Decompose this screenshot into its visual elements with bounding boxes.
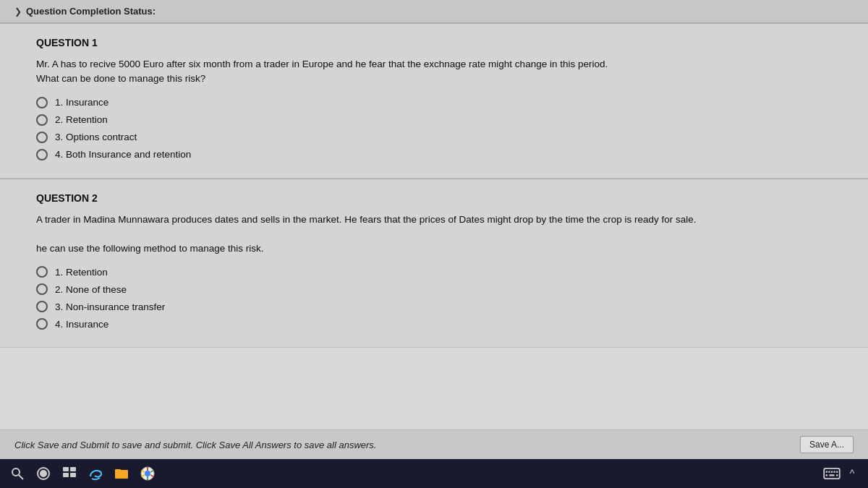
svg-rect-18 <box>826 474 827 476</box>
svg-rect-15 <box>831 471 833 472</box>
q2-radio-1[interactable] <box>36 266 48 278</box>
q1-radio-2[interactable] <box>36 114 48 126</box>
q2-radio-2[interactable] <box>36 283 48 295</box>
svg-line-1 <box>19 475 23 479</box>
chevron-up-icon[interactable]: ^ <box>843 465 861 482</box>
svg-rect-13 <box>826 471 827 472</box>
edge-icon[interactable] <box>85 463 106 484</box>
svg-rect-20 <box>836 474 838 476</box>
question-2-options: 1. Retention 2. None of these 3. Non-ins… <box>36 266 832 330</box>
q2-option-4[interactable]: 4. Insurance <box>36 318 832 330</box>
q1-line1: Mr. A has to recive 5000 Euro after six … <box>36 57 832 72</box>
cortana-icon[interactable] <box>33 463 54 484</box>
question-1-block: QUESTION 1 Mr. A has to recive 5000 Euro… <box>0 24 868 179</box>
q1-option-4-label: 4. Both Insurance and retention <box>55 149 191 160</box>
questions-area: QUESTION 1 Mr. A has to recive 5000 Euro… <box>0 24 868 429</box>
svg-rect-17 <box>836 471 838 472</box>
svg-rect-7 <box>70 473 76 477</box>
svg-rect-9 <box>115 469 121 472</box>
question-2-number: QUESTION 2 <box>36 192 832 204</box>
q2-option-3[interactable]: 3. Non-insurance transfer <box>36 301 832 312</box>
question-1-options: 1. Insurance 2. Retention 3. Options con… <box>36 97 832 160</box>
screen: ❯ Question Completion Status: QUESTION 1… <box>0 0 868 488</box>
question-2-block: QUESTION 2 A trader in Madina Munnawara … <box>0 179 868 348</box>
svg-rect-14 <box>828 471 830 472</box>
q2-line2: he can use the following method to manag… <box>36 241 832 256</box>
q1-option-3[interactable]: 3. Options contract <box>36 132 832 143</box>
chevron-icon: ❯ <box>14 7 22 17</box>
svg-rect-19 <box>829 474 834 476</box>
q2-option-3-label: 3. Non-insurance transfer <box>55 301 165 312</box>
keyboard-tray-icon[interactable] <box>823 465 841 482</box>
svg-rect-6 <box>63 473 69 477</box>
file-explorer-icon[interactable] <box>111 463 132 484</box>
footer-bar: Click Save and Submit to save and submit… <box>0 429 868 459</box>
q2-option-4-label: 4. Insurance <box>55 319 109 330</box>
q1-option-1-label: 1. Insurance <box>55 97 109 108</box>
svg-rect-16 <box>833 471 835 472</box>
q1-option-2[interactable]: 2. Retention <box>36 114 832 126</box>
taskbar-left <box>7 463 158 484</box>
q2-radio-4[interactable] <box>36 318 48 330</box>
question-2-text: A trader in Madina Munnawara produces da… <box>36 213 832 257</box>
svg-rect-4 <box>63 467 69 471</box>
completion-status-bar[interactable]: ❯ Question Completion Status: <box>0 0 868 23</box>
chrome-icon[interactable] <box>137 463 158 484</box>
q2-line1: A trader in Madina Munnawara produces da… <box>36 213 832 227</box>
question-1-number: QUESTION 1 <box>36 37 832 48</box>
taskbar-right: ^ <box>823 465 861 482</box>
svg-rect-5 <box>70 467 76 471</box>
q2-option-2-label: 2. None of these <box>55 284 127 295</box>
search-taskbar-icon[interactable] <box>7 463 27 484</box>
q1-radio-4[interactable] <box>36 149 48 160</box>
completion-label: Question Completion Status: <box>26 6 156 17</box>
q2-radio-3[interactable] <box>36 301 48 312</box>
footer-instructions: Click Save and Submit to save and submit… <box>14 440 376 450</box>
q1-option-4[interactable]: 4. Both Insurance and retention <box>36 149 832 160</box>
svg-point-0 <box>12 468 20 476</box>
svg-point-3 <box>41 471 46 476</box>
q1-radio-3[interactable] <box>36 132 48 143</box>
q1-option-1[interactable]: 1. Insurance <box>36 97 832 108</box>
q2-option-2[interactable]: 2. None of these <box>36 283 832 295</box>
q2-option-1[interactable]: 1. Retention <box>36 266 832 278</box>
q2-option-1-label: 1. Retention <box>55 267 108 278</box>
q1-option-3-label: 3. Options contract <box>55 132 137 142</box>
q1-line2: What can be done to manage this risk? <box>36 72 832 86</box>
save-button[interactable]: Save A... <box>800 436 854 453</box>
save-button-area: Save A... <box>800 436 854 453</box>
taskview-icon[interactable] <box>59 463 80 484</box>
svg-rect-12 <box>824 468 840 479</box>
taskbar: ^ <box>0 459 868 488</box>
quiz-container: ❯ Question Completion Status: QUESTION 1… <box>0 0 868 459</box>
question-1-text: Mr. A has to recive 5000 Euro after six … <box>36 57 832 87</box>
q1-radio-1[interactable] <box>36 97 48 108</box>
svg-point-11 <box>145 471 150 476</box>
q1-option-2-label: 2. Retention <box>55 114 108 125</box>
